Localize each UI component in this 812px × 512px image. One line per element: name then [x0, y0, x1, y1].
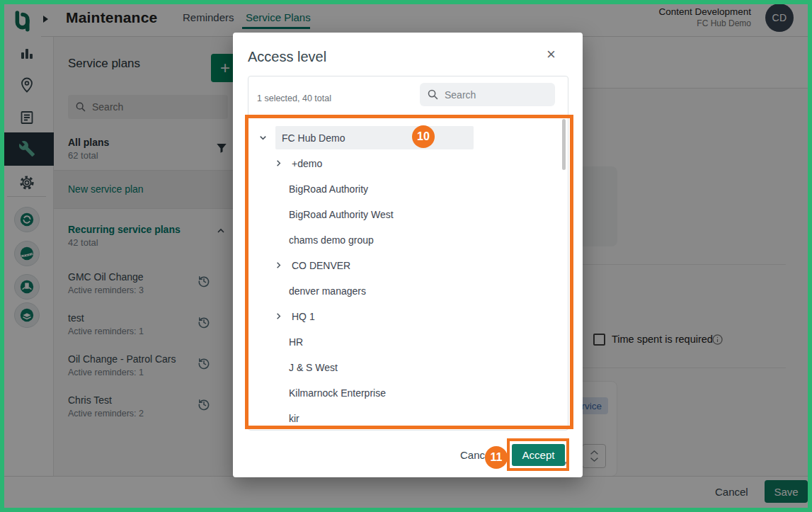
chevron-right-icon[interactable] [273, 311, 284, 322]
search-icon [427, 89, 439, 101]
modal-title: Access level [248, 49, 326, 65]
chevron-down-icon[interactable] [258, 132, 268, 143]
tree-node-label: BigRoad Authority West [289, 209, 394, 220]
access-level-tree: FC Hub Demo+demoBigRoad AuthorityBigRoad… [248, 115, 568, 430]
tree-node-label: FC Hub Demo [282, 132, 345, 144]
tree-node-denver-managers[interactable]: denver managers [248, 278, 568, 304]
screen: Maintenance Reminders Service Plans Cont… [0, 0, 812, 512]
scrollbar-thumb[interactable] [562, 119, 566, 170]
tree-node--demo[interactable]: +demo [248, 151, 568, 176]
chevron-right-icon[interactable] [273, 158, 284, 169]
tree-node-label: kir [289, 413, 299, 424]
modal-search-input[interactable]: Search [420, 83, 555, 106]
tree-node-label: denver managers [289, 285, 366, 297]
tree-node-label: HR [289, 336, 303, 348]
modal-accept-button[interactable]: Accept [512, 444, 565, 466]
annotation-step-badge: 10 [412, 125, 435, 148]
tree-node-co-denver[interactable]: CO DENVER [248, 253, 568, 278]
tree-node-label: J & S West [289, 362, 338, 373]
tree-node-label: CO DENVER [292, 260, 350, 271]
tree-node-label: BigRoad Authority [289, 183, 368, 195]
tree-node-label: +demo [292, 158, 322, 169]
chevron-right-icon[interactable] [273, 260, 284, 271]
tree-node-chams-demo-group[interactable]: chams demo group [248, 227, 568, 253]
tree-node-j-s-west[interactable]: J & S West [248, 355, 568, 380]
selection-summary: 1 selected, 40 total [257, 93, 331, 103]
annotation-step-badge: 11 [485, 446, 508, 469]
access-level-box: 1 selected, 40 total Search FC Hub Demo+… [248, 76, 568, 431]
tree-node-label: HQ 1 [292, 311, 315, 322]
tree-node-fc-hub-demo[interactable]: FC Hub Demo [248, 125, 568, 151]
tree-node-kir[interactable]: kir [248, 406, 568, 430]
tree-node-hq-1[interactable]: HQ 1 [248, 304, 568, 329]
tree-node-label: chams demo group [289, 234, 374, 246]
tree-node-bigroad-authority-west[interactable]: BigRoad Authority West [248, 202, 568, 227]
close-icon[interactable]: × [547, 47, 556, 62]
tree-node-kilmarnock-enterprise[interactable]: Kilmarnock Enterprise [248, 380, 568, 406]
tree-node-label: Kilmarnock Enterprise [289, 387, 386, 399]
access-level-modal: Access level × 1 selected, 40 total Sear… [233, 33, 583, 477]
tree-node-bigroad-authority[interactable]: BigRoad Authority [248, 176, 568, 202]
tree-node-hr[interactable]: HR [248, 329, 568, 355]
modal-search-placeholder: Search [445, 89, 476, 101]
